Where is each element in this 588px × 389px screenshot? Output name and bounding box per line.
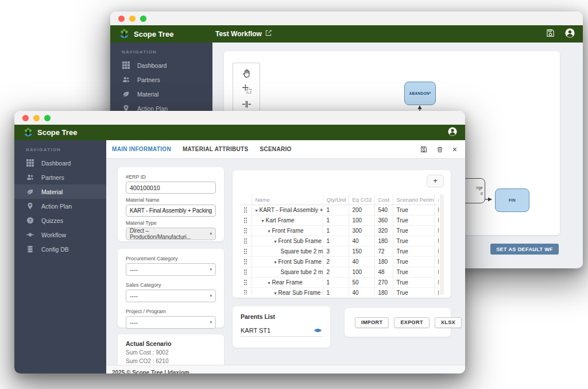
- row-qty: 3: [323, 247, 349, 257]
- material-name-label: Material Name: [126, 197, 216, 203]
- drag-handle-icon[interactable]: [243, 279, 247, 286]
- user-avatar-icon[interactable]: [565, 28, 575, 40]
- hand-tool-icon[interactable]: [241, 68, 252, 78]
- collapse-arrow-icon[interactable]: ▾: [268, 280, 270, 286]
- material-type-label: Material Type: [126, 220, 216, 226]
- tab-scenario[interactable]: SCENARIO: [260, 146, 291, 152]
- material-type-select[interactable]: Direct – Production/Manufacturi... ▾: [126, 228, 216, 240]
- drag-handle-icon[interactable]: [243, 217, 247, 224]
- sidebar-item-label: Material: [137, 91, 158, 98]
- tree-logo-icon: [22, 127, 34, 138]
- tab-material-attributs[interactable]: MATERIAL ATTRIBUTS: [183, 146, 248, 152]
- table-row[interactable]: ▾KART - Final Assembly + Packing1200540T…: [240, 205, 439, 215]
- row-cost: 320: [374, 226, 393, 236]
- maximize-window-button[interactable]: [44, 115, 51, 121]
- collapse-arrow-icon[interactable]: ▾: [274, 260, 277, 265]
- name-column-header: Name: [252, 194, 323, 205]
- collapse-arrow-icon[interactable]: ▾: [274, 239, 277, 244]
- collapse-arrow-icon[interactable]: ▾: [268, 229, 270, 234]
- collapse-arrow-icon[interactable]: ▾: [274, 291, 277, 295]
- sidebar-item-partners[interactable]: Partners: [14, 170, 106, 184]
- close-window-button[interactable]: [22, 115, 29, 121]
- row-qty: 2: [323, 267, 349, 278]
- main-information-panel: #ERP ID Material Name Material Type Dire…: [106, 159, 465, 365]
- table-row[interactable]: ▾Front Frame1300320TrueF: [240, 226, 439, 236]
- sales-category-select[interactable]: ---- ▾: [126, 290, 216, 302]
- table-scrollbar[interactable]: [440, 194, 444, 295]
- workflow-title: Test Workflow: [215, 30, 262, 38]
- collapse-arrow-icon[interactable]: ▾: [256, 208, 258, 213]
- row-qty: 1: [323, 226, 349, 236]
- table-row[interactable]: ▾Rear Sub Frame Down140180TrueF: [240, 288, 439, 295]
- save-icon[interactable]: [546, 29, 555, 40]
- sidebar-item-config-db[interactable]: Config DB: [14, 242, 106, 256]
- table-row[interactable]: ▾Front Sub Frame Top240180TrueF: [240, 257, 439, 267]
- set-as-default-wf-button[interactable]: SET AS DEFAULT WF: [490, 244, 559, 255]
- drag-handle-icon[interactable]: [243, 207, 247, 213]
- sidebar-item-dashboard[interactable]: Dashboard: [14, 156, 106, 170]
- sidebar-item-material[interactable]: Material: [14, 184, 106, 199]
- minimize-window-button[interactable]: [129, 16, 136, 22]
- window-titlebar: [110, 11, 583, 25]
- table-row[interactable]: Square tube 2 meters315072TrueF: [240, 247, 439, 257]
- sidebar-item-material[interactable]: Material: [110, 87, 212, 101]
- drag-handle-icon[interactable]: [243, 248, 247, 255]
- drag-handle-icon[interactable]: [243, 238, 247, 244]
- sidebar-item-dashboard[interactable]: Dashboard: [110, 58, 212, 72]
- row-name: Kart Frame: [266, 217, 295, 224]
- drag-handle-icon[interactable]: [243, 259, 247, 265]
- add-row-button[interactable]: +: [427, 175, 444, 187]
- desktop: Scope Tree Test Workflow NAVIGATION D: [0, 0, 588, 389]
- workflow-icon: [26, 231, 34, 239]
- front-sidebar: NAVIGATION DashboardPartnersMaterialActi…: [14, 140, 106, 373]
- drag-handle-icon[interactable]: [243, 269, 247, 275]
- footer-text: 2025 © Scope Tree | Idaxiom: [112, 369, 189, 374]
- table-row[interactable]: ▾Front Sub Frame Down140180TrueF: [240, 236, 439, 247]
- drag-handle-icon[interactable]: [243, 290, 247, 295]
- partners-users-icon: [26, 174, 34, 182]
- row-scenario-perimeter: True: [393, 247, 434, 257]
- row-clipped-cell: F: [434, 288, 439, 295]
- align-tool-icon[interactable]: [241, 99, 252, 109]
- row-cost: 180: [374, 236, 393, 247]
- row-clipped-cell: F: [434, 236, 439, 247]
- parents-list-card: Parents List KART ST1: [233, 306, 330, 348]
- collapse-arrow-icon[interactable]: ▾: [262, 218, 264, 224]
- sidebar-item-action-plan[interactable]: Action Plan: [14, 199, 106, 213]
- sidebar-item-label: Dashboard: [41, 160, 71, 167]
- minimize-window-button[interactable]: [33, 115, 40, 121]
- material-name-input[interactable]: [126, 205, 216, 217]
- import-button[interactable]: IMPORT: [355, 317, 389, 328]
- drag-handle-icon[interactable]: [243, 228, 247, 234]
- select-move-tool-icon[interactable]: [241, 83, 252, 94]
- maximize-window-button[interactable]: [140, 16, 146, 22]
- sidebar-item-workflow[interactable]: Workflow: [14, 228, 106, 242]
- app-header: Scope Tree: [14, 125, 465, 140]
- sidebar-item-quizzes[interactable]: ?Quizzes: [14, 213, 106, 228]
- xlsx-button[interactable]: XLSX: [435, 317, 462, 328]
- row-name: Front Frame: [272, 228, 304, 234]
- table-row[interactable]: ▾Rear Frame150270TrueF: [240, 278, 439, 288]
- project-program-select[interactable]: ---- ▾: [126, 316, 216, 329]
- table-row[interactable]: ▾Kart Frame1100360TrueF: [240, 215, 439, 226]
- workflow-node-abandon[interactable]: ABANDON*: [404, 82, 436, 105]
- erp-id-input[interactable]: [126, 182, 216, 194]
- workflow-node-fin[interactable]: FIN: [495, 188, 529, 212]
- procurement-category-select[interactable]: ---- ▾: [126, 263, 216, 276]
- import-export-card: IMPORT EXPORT XLSX: [345, 308, 451, 337]
- save-icon[interactable]: [420, 146, 427, 153]
- close-icon[interactable]: ×: [452, 145, 457, 153]
- user-avatar-icon[interactable]: [448, 127, 457, 138]
- export-button[interactable]: EXPORT: [394, 317, 429, 328]
- table-row[interactable]: Square tube 2 meters210048TrueF: [240, 267, 439, 278]
- sidebar-item-partners[interactable]: Partners: [110, 72, 212, 87]
- edit-icon[interactable]: [265, 30, 272, 38]
- trash-icon[interactable]: [436, 146, 443, 153]
- dashboard-grid-icon: [122, 61, 130, 70]
- row-name: Front Sub Frame Down: [278, 238, 323, 244]
- eye-icon[interactable]: [314, 328, 322, 333]
- close-window-button[interactable]: [118, 16, 125, 22]
- row-clipped-cell: F: [434, 267, 439, 278]
- row-name: Rear Frame: [272, 279, 303, 286]
- tab-main-information[interactable]: MAIN INFORMATION: [112, 146, 171, 152]
